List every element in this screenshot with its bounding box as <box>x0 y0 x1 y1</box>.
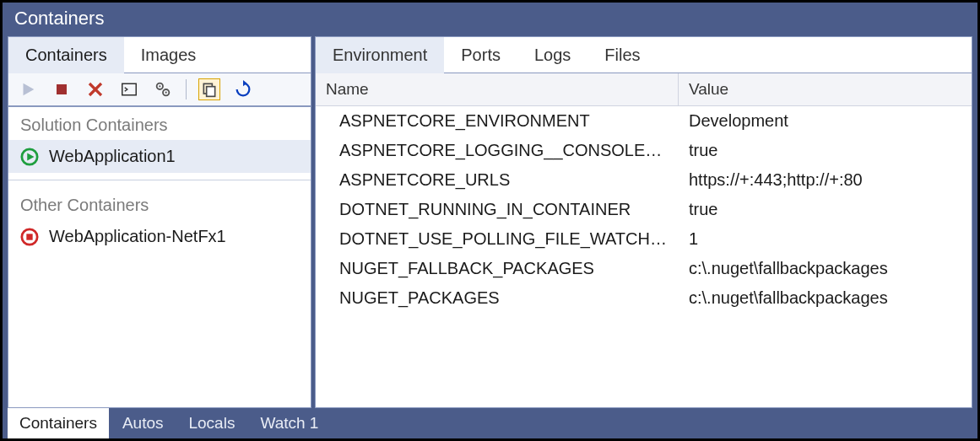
container-details-panel: Environment Ports Logs Files Name Value … <box>315 36 972 408</box>
svg-rect-7 <box>207 87 215 97</box>
container-item-webapplication-netfx1[interactable]: WebApplication-NetFx1 <box>8 220 311 253</box>
play-icon <box>19 80 37 99</box>
terminal-button[interactable] <box>118 78 140 100</box>
env-name-cell: DOTNET_RUNNING_IN_CONTAINER <box>316 200 679 219</box>
content-row: Containers Images <box>3 36 977 408</box>
column-header-value[interactable]: Value <box>679 73 972 105</box>
tab-logs[interactable]: Logs <box>517 37 587 73</box>
env-name-cell: ASPNETCORE_ENVIRONMENT <box>316 111 679 131</box>
env-name-cell: NUGET_PACKAGES <box>316 288 679 308</box>
stopped-icon <box>20 228 39 246</box>
environment-row[interactable]: ASPNETCORE_URLShttps://+:443;http://+:80 <box>316 165 972 195</box>
environment-row[interactable]: ASPNETCORE_LOGGING__CONSOLE__DISABLECOLO… <box>316 136 972 165</box>
section-divider <box>8 180 311 180</box>
containers-list-panel: Containers Images <box>8 36 311 408</box>
running-icon <box>20 148 39 166</box>
container-item-webapplication1[interactable]: WebApplication1 <box>8 140 311 173</box>
start-button[interactable] <box>17 78 39 100</box>
env-value-cell: Development <box>679 111 972 131</box>
remove-icon <box>87 81 104 98</box>
svg-rect-0 <box>57 84 67 94</box>
tab-containers[interactable]: Containers <box>8 37 124 73</box>
refresh-button[interactable] <box>232 78 254 100</box>
compose-button[interactable] <box>152 78 174 100</box>
containers-toolbar <box>8 73 311 107</box>
copy-button[interactable] <box>198 78 220 100</box>
bottom-tab-locals[interactable]: Locals <box>176 408 246 438</box>
bottom-tab-well: Containers Autos Locals Watch 1 <box>3 408 977 438</box>
tab-ports[interactable]: Ports <box>444 37 517 73</box>
env-value-cell: true <box>679 141 972 160</box>
env-value-cell: c:\.nuget\fallbackpackages <box>679 259 972 278</box>
svg-rect-1 <box>122 83 137 95</box>
left-tabstrip: Containers Images <box>8 37 311 73</box>
environment-row[interactable]: DOTNET_RUNNING_IN_CONTAINERtrue <box>316 195 972 224</box>
stop-button[interactable] <box>51 78 73 100</box>
toolbar-separator <box>186 79 187 99</box>
window-title: Containers <box>3 3 977 36</box>
container-item-label: WebApplication1 <box>49 147 176 166</box>
tab-environment[interactable]: Environment <box>316 37 444 73</box>
bottom-tab-autos[interactable]: Autos <box>111 408 176 438</box>
other-containers-header: Other Containers <box>8 187 311 220</box>
stop-icon <box>54 82 69 97</box>
env-name-cell: NUGET_FALLBACK_PACKAGES <box>316 259 679 278</box>
environment-row[interactable]: NUGET_FALLBACK_PACKAGESc:\.nuget\fallbac… <box>316 254 972 283</box>
tab-images[interactable]: Images <box>124 37 214 73</box>
env-value-cell: 1 <box>679 229 972 249</box>
tab-files[interactable]: Files <box>587 37 657 73</box>
gears-icon <box>154 80 172 99</box>
remove-button[interactable] <box>84 78 106 100</box>
env-value-cell: true <box>679 200 972 219</box>
svg-point-5 <box>165 92 167 94</box>
environment-grid-body: ASPNETCORE_ENVIRONMENTDevelopmentASPNETC… <box>316 106 972 407</box>
env-name-cell: ASPNETCORE_URLS <box>316 170 679 190</box>
detail-tabstrip: Environment Ports Logs Files <box>316 37 972 73</box>
env-value-cell: c:\.nuget\fallbackpackages <box>679 288 972 308</box>
environment-row[interactable]: DOTNET_USE_POLLING_FILE_WATCHER1 <box>316 224 972 254</box>
solution-containers-header: Solution Containers <box>8 107 311 140</box>
environment-grid-header: Name Value <box>316 73 972 106</box>
bottom-tab-containers[interactable]: Containers <box>8 408 109 438</box>
bottom-tab-watch1[interactable]: Watch 1 <box>248 408 330 438</box>
column-header-name[interactable]: Name <box>316 73 679 105</box>
svg-rect-10 <box>26 234 32 239</box>
env-name-cell: ASPNETCORE_LOGGING__CONSOLE__DISABLECOLO… <box>316 141 679 160</box>
env-value-cell: https://+:443;http://+:80 <box>679 170 972 190</box>
environment-row[interactable]: NUGET_PACKAGESc:\.nuget\fallbackpackages <box>316 283 972 313</box>
env-name-cell: DOTNET_USE_POLLING_FILE_WATCHER <box>316 229 679 249</box>
containers-tool-window: Containers Containers Images <box>0 0 980 441</box>
refresh-icon <box>234 80 252 99</box>
container-item-label: WebApplication-NetFx1 <box>49 227 226 246</box>
svg-point-3 <box>159 85 160 87</box>
copy-icon <box>201 81 218 98</box>
environment-row[interactable]: ASPNETCORE_ENVIRONMENTDevelopment <box>316 106 972 136</box>
terminal-icon <box>120 82 138 97</box>
